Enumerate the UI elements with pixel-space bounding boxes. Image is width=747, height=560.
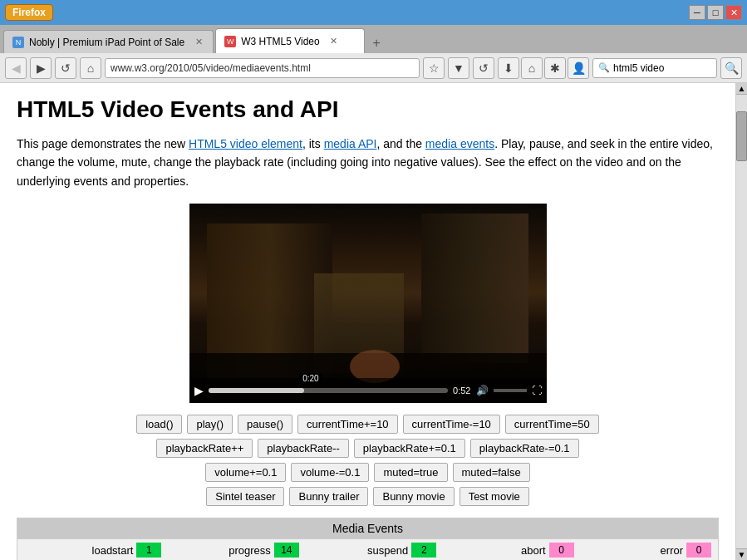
url-bar[interactable]: www.w3.org/2010/05/video/mediaevents.htm… (105, 58, 420, 78)
controls-section: load() play() pause() currentTime+=10 cu… (17, 415, 719, 506)
playbackrate-minus01-button[interactable]: playbackRate-=0.1 (470, 439, 579, 458)
video-scene (189, 204, 547, 403)
firefox-button[interactable]: Firefox (5, 4, 53, 21)
time-badge: 0:20 (299, 373, 322, 384)
events-row-1: loadstart 1 progress 14 suspend 2 abort … (17, 539, 718, 560)
tab-close-w3[interactable]: ✕ (328, 36, 340, 47)
event-suspend-value: 2 (411, 543, 436, 558)
home-button[interactable]: ⌂ (80, 57, 101, 79)
tab-favicon-nobly: N (12, 37, 24, 48)
search-icon: 🔍 (598, 62, 610, 73)
tab-favicon-w3: W (224, 36, 236, 47)
event-abort: abort 0 (436, 543, 573, 558)
event-loadstart-value: 1 (136, 543, 161, 558)
scrollbar[interactable]: ▲ ▼ (735, 83, 747, 560)
event-loadstart: loadstart 1 (24, 543, 161, 558)
home-nav-button[interactable]: ⌂ (521, 57, 543, 79)
page-description: This page demonstrates the new HTML5 vid… (17, 135, 719, 190)
playbackrate-minusminus-button[interactable]: playbackRate-- (258, 439, 348, 458)
sintel-teaser-button[interactable]: Sintel teaser (206, 487, 284, 506)
bookmark-icon[interactable]: ☆ (423, 57, 445, 79)
refresh-button[interactable]: ↺ (55, 57, 76, 79)
new-tab-button[interactable]: + (366, 33, 386, 53)
play-pause-button[interactable]: ▶ (194, 384, 204, 397)
events-section: Media Events loadstart 1 progress 14 sus… (17, 518, 719, 560)
close-button[interactable]: ✕ (725, 5, 742, 20)
fullscreen-button[interactable]: ⛶ (532, 385, 542, 396)
link-media-events[interactable]: media events (425, 137, 494, 150)
search-bar[interactable]: 🔍 html5 video (592, 58, 717, 78)
forward-button[interactable]: ▶ (30, 57, 52, 79)
play-button[interactable]: play() (187, 415, 233, 434)
test-movie-button[interactable]: Test movie (460, 487, 529, 506)
volume-plus-button[interactable]: volume+=0.1 (205, 463, 286, 482)
playbackrate-plus01-button[interactable]: playbackRate+=0.1 (354, 439, 465, 458)
muted-true-button[interactable]: muted=true (374, 463, 447, 482)
event-suspend-label: suspend (299, 544, 408, 557)
load-button[interactable]: load() (136, 415, 182, 434)
url-text: www.w3.org/2010/05/video/mediaevents.htm… (111, 62, 311, 74)
progress-fill (209, 388, 304, 393)
bunny-movie-button[interactable]: Bunny movie (373, 487, 454, 506)
tab-bar: N Nobly | Premium iPad Point of Sale ✕ W… (0, 25, 747, 53)
tab-close-nobly[interactable]: ✕ (193, 37, 204, 48)
currenttime-plus-button[interactable]: currentTime+=10 (297, 415, 398, 434)
event-error-label: error (574, 544, 683, 557)
tab-nobly[interactable]: N Nobly | Premium iPad Point of Sale ✕ (3, 30, 214, 53)
video-player[interactable]: ▶ 0:20 0:52 🔊 ⛶ (189, 204, 547, 403)
event-suspend: suspend 2 (299, 543, 436, 558)
page-title: HTML5 Video Events and API (17, 96, 719, 123)
event-error: error 0 (574, 543, 711, 558)
volume-bar[interactable] (494, 389, 527, 392)
controls-row-3: volume+=0.1 volume-=0.1 muted=true muted… (205, 463, 529, 482)
video-controls: ▶ 0:20 0:52 🔊 ⛶ (189, 378, 547, 403)
nav-bar: ◀ ▶ ↺ ⌂ www.w3.org/2010/05/video/mediaev… (0, 53, 747, 83)
volume-icon[interactable]: 🔊 (476, 385, 489, 396)
tab-w3video[interactable]: W W3 HTML5 Video ✕ (215, 28, 365, 53)
location-icon[interactable]: ▼ (448, 57, 469, 79)
video-container: ▶ 0:20 0:52 🔊 ⛶ (189, 204, 547, 403)
reload-icon[interactable]: ↺ (473, 57, 494, 79)
minimize-button[interactable]: ─ (689, 5, 705, 20)
currenttime-minus-button[interactable]: currentTime-=10 (403, 415, 500, 434)
scrollbar-up[interactable]: ▲ (736, 83, 747, 95)
currenttime-50-button[interactable]: currentTime=50 (505, 415, 599, 434)
tab-title-w3: W3 HTML5 Video (241, 36, 319, 47)
controls-row-1: load() play() pause() currentTime+=10 cu… (136, 415, 599, 434)
search-value: html5 video (613, 62, 664, 74)
events-header: Media Events (17, 518, 718, 539)
scrollbar-down[interactable]: ▼ (736, 548, 747, 560)
link-media-api[interactable]: media API (324, 137, 377, 150)
event-loadstart-label: loadstart (24, 544, 133, 557)
muted-false-button[interactable]: muted=false (453, 463, 530, 482)
maximize-button[interactable]: □ (707, 5, 724, 20)
back-button[interactable]: ◀ (5, 57, 27, 79)
event-progress-value: 14 (274, 543, 299, 558)
bunny-trailer-button[interactable]: Bunny trailer (289, 487, 368, 506)
event-error-value: 0 (686, 543, 711, 558)
greasemonkey-button[interactable]: 👤 (568, 57, 589, 79)
volume-minus-button[interactable]: volume-=0.1 (291, 463, 369, 482)
event-abort-label: abort (436, 544, 545, 557)
video-progress[interactable]: 0:20 (209, 388, 449, 393)
content-area: HTML5 Video Events and API This page dem… (0, 83, 747, 560)
event-abort-value: 0 (549, 543, 574, 558)
pause-button[interactable]: pause() (238, 415, 292, 434)
event-progress-label: progress (161, 544, 270, 557)
time-display: 0:52 (453, 386, 470, 395)
page-content: HTML5 Video Events and API This page dem… (0, 83, 735, 560)
scrollbar-thumb[interactable] (736, 111, 747, 161)
controls-row-4: Sintel teaser Bunny trailer Bunny movie … (206, 487, 529, 506)
playbackrate-plusplus-button[interactable]: playbackRate++ (156, 439, 253, 458)
downloads-button[interactable]: ⬇ (498, 57, 519, 79)
link-html5-video[interactable]: HTML5 video element (189, 137, 302, 150)
title-bar: Firefox ─ □ ✕ (0, 0, 747, 25)
event-progress: progress 14 (161, 543, 298, 558)
addon-button[interactable]: ✱ (544, 57, 566, 79)
controls-row-2: playbackRate++ playbackRate-- playbackRa… (156, 439, 578, 458)
tab-title-nobly: Nobly | Premium iPad Point of Sale (29, 37, 184, 48)
search-submit-icon[interactable]: 🔍 (720, 57, 742, 79)
